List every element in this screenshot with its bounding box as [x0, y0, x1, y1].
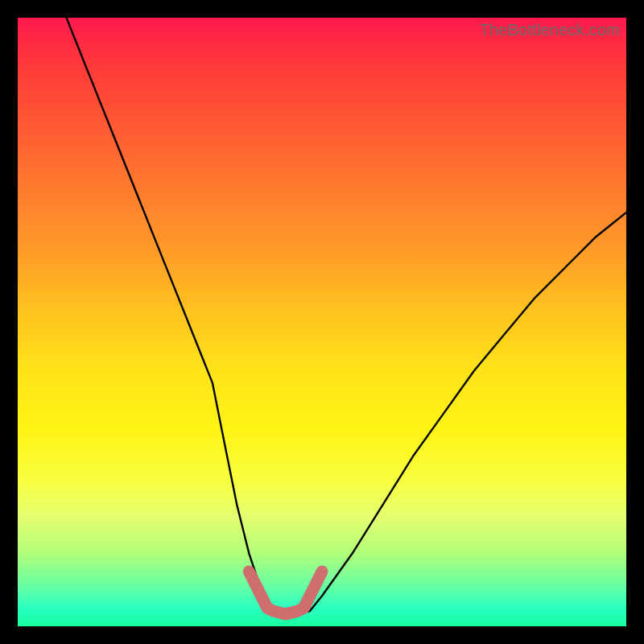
valley-highlight-path	[249, 572, 322, 614]
chart-frame: TheBottleneck.com	[0, 0, 644, 644]
plot-area: TheBottleneck.com	[18, 18, 626, 626]
bottleneck-curve-path	[67, 18, 627, 614]
chart-svg	[18, 18, 626, 626]
